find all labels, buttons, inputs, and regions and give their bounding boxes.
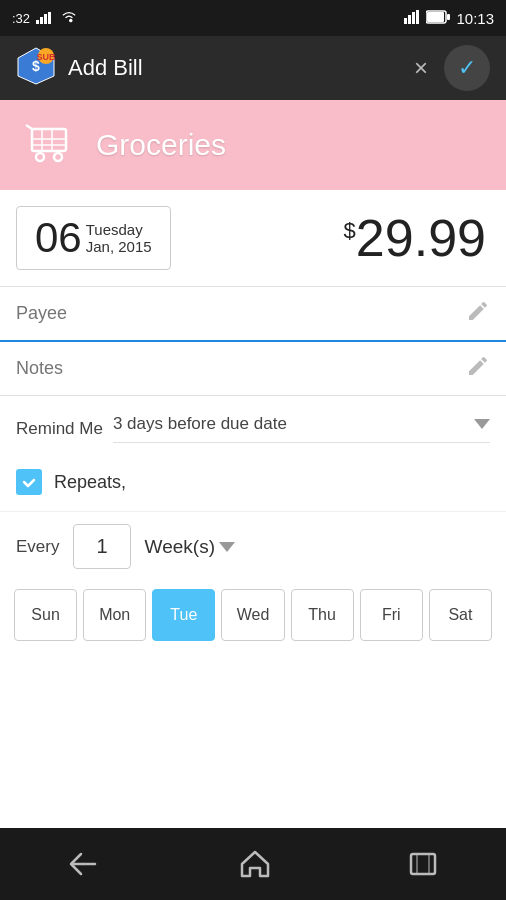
bottom-nav: [0, 828, 506, 900]
svg-rect-22: [411, 854, 435, 874]
nav-title: Add Bill: [68, 55, 143, 81]
nav-left: $ SUB Add Bill: [16, 46, 143, 90]
svg-rect-2: [44, 14, 47, 24]
day-button-tue[interactable]: Tue: [152, 589, 215, 641]
wifi-icon: [60, 10, 78, 27]
checkmark-icon: ✓: [458, 55, 476, 81]
svg-point-20: [36, 153, 44, 161]
main-content: 06 Tuesday Jan, 2015 $ 29.99 Remi: [0, 190, 506, 671]
notes-input[interactable]: [16, 352, 456, 385]
date-monthyear: Jan, 2015: [86, 238, 152, 255]
day-button-fri[interactable]: Fri: [360, 589, 423, 641]
svg-rect-15: [32, 129, 66, 151]
day-button-wed[interactable]: Wed: [221, 589, 284, 641]
payee-input[interactable]: [16, 297, 456, 330]
svg-rect-4: [404, 18, 407, 24]
every-number-value: 1: [96, 535, 107, 557]
svg-rect-23: [417, 854, 429, 874]
edit-notes-icon[interactable]: [466, 354, 490, 384]
days-of-week-row: SunMonTueWedThuFriSat: [0, 589, 506, 671]
day-button-mon[interactable]: Mon: [83, 589, 146, 641]
amount-display[interactable]: $ 29.99: [344, 212, 486, 264]
svg-rect-7: [416, 10, 419, 24]
category-name: Groceries: [96, 128, 226, 162]
time-display: 10:13: [456, 10, 494, 27]
unit-dropdown-arrow-icon: [219, 542, 235, 552]
home-button[interactable]: [240, 850, 270, 878]
every-unit-selector[interactable]: Week(s): [145, 536, 235, 558]
status-right: 10:13: [404, 10, 494, 27]
remind-me-row: Remind Me 3 days before due date: [0, 396, 506, 453]
date-picker[interactable]: 06 Tuesday Jan, 2015: [16, 206, 171, 270]
nav-right: × ✓: [414, 45, 490, 91]
repeats-checkbox[interactable]: [16, 469, 42, 495]
edit-payee-icon[interactable]: [466, 299, 490, 329]
date-amount-row: 06 Tuesday Jan, 2015 $ 29.99: [0, 190, 506, 287]
remind-me-value: 3 days before due date: [113, 414, 287, 434]
date-detail: Tuesday Jan, 2015: [86, 221, 152, 255]
svg-rect-0: [36, 20, 39, 24]
notes-row: [0, 342, 506, 396]
recents-button[interactable]: [409, 852, 437, 876]
category-banner: Groceries: [0, 100, 506, 190]
date-day: 06: [35, 217, 82, 259]
date-weekday: Tuesday: [86, 221, 152, 238]
day-button-thu[interactable]: Thu: [291, 589, 354, 641]
close-icon: ×: [414, 54, 428, 81]
svg-rect-3: [48, 12, 51, 24]
svg-text:SUB: SUB: [36, 52, 56, 62]
svg-rect-6: [412, 12, 415, 24]
confirm-button[interactable]: ✓: [444, 45, 490, 91]
back-button[interactable]: [69, 852, 101, 876]
app-logo-icon: $ SUB: [16, 46, 56, 90]
currency-symbol: $: [344, 218, 356, 244]
notification-icon: :32: [12, 11, 30, 26]
cart-icon: [24, 119, 76, 171]
signal-cellular-icon: [404, 10, 420, 27]
remind-dropdown-arrow-icon: [474, 419, 490, 429]
remind-me-label: Remind Me: [16, 419, 103, 439]
svg-rect-10: [447, 14, 450, 20]
svg-rect-9: [427, 12, 444, 22]
every-number-selector[interactable]: 1: [73, 524, 130, 569]
status-bar: :32: [0, 0, 506, 36]
nav-bar: $ SUB Add Bill × ✓: [0, 36, 506, 100]
close-button[interactable]: ×: [414, 56, 428, 80]
amount-value: 29.99: [356, 212, 486, 264]
svg-rect-1: [40, 17, 43, 24]
signal-bars-icon: [36, 10, 54, 27]
svg-point-21: [54, 153, 62, 161]
every-row: Every 1 Week(s): [0, 512, 506, 589]
battery-icon: [426, 10, 450, 27]
every-label: Every: [16, 537, 59, 557]
status-left: :32: [12, 10, 78, 27]
day-button-sun[interactable]: Sun: [14, 589, 77, 641]
svg-rect-5: [408, 15, 411, 24]
payee-row: [0, 287, 506, 342]
remind-me-selector[interactable]: 3 days before due date: [113, 414, 490, 443]
repeats-row: Repeats,: [0, 453, 506, 512]
repeats-label: Repeats,: [54, 472, 126, 493]
every-unit-value: Week(s): [145, 536, 215, 558]
day-button-sat[interactable]: Sat: [429, 589, 492, 641]
